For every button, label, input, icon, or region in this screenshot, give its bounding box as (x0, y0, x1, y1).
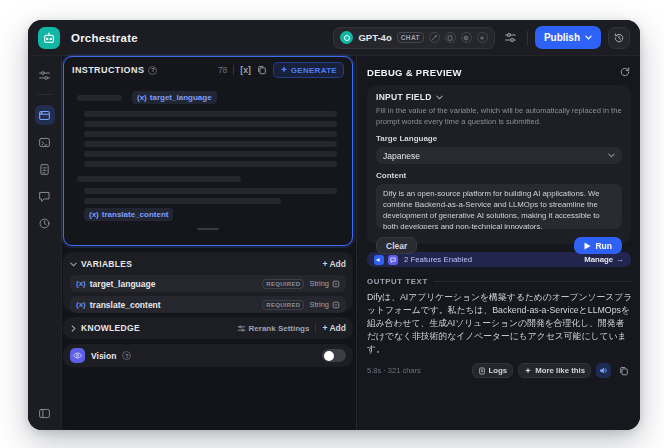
generate-button[interactable]: GENERATE (273, 62, 344, 78)
features-bar[interactable]: 2 Features Enabled Manage → (367, 252, 631, 267)
sidebar-item-orchestrate[interactable] (35, 105, 55, 125)
debug-preview-panel: DEBUG & PREVIEW INPUT FIELD Fill in the … (356, 56, 640, 430)
vision-toggle[interactable] (322, 349, 346, 362)
instructions-header: INSTRUCTIONS ? 78 [x] GENERATE (64, 59, 352, 81)
char-count: 78 (218, 65, 227, 75)
variable-type: String (309, 279, 340, 288)
variable-row[interactable]: (x) target_language REQUIRED String (70, 275, 346, 292)
more-like-this-label: More like this (535, 366, 585, 375)
sparkle-icon (524, 367, 532, 375)
log-file-icon (478, 367, 486, 375)
sparkle-icon (280, 66, 288, 74)
input-field-description: Fill in the value of the variable, which… (376, 105, 622, 127)
input-field-header[interactable]: INPUT FIELD (376, 92, 622, 102)
prompt-editor[interactable]: (x)target_language (x)translate_content (64, 81, 352, 233)
vision-feature-icon (70, 348, 85, 363)
topbar-divider (527, 31, 528, 45)
variable-type: String (309, 300, 340, 309)
panel-left-icon (38, 407, 51, 420)
variable-name: target_language (90, 279, 156, 289)
instructions-panel: INSTRUCTIONS ? 78 [x] GENERATE (63, 56, 353, 246)
clock-icon (38, 217, 51, 230)
page-title: Orchestrate (71, 32, 138, 44)
restart-debug-button[interactable] (619, 66, 631, 78)
type-settings-icon[interactable] (332, 280, 340, 288)
add-variable-button[interactable]: + Add (322, 259, 346, 269)
rerank-settings-button[interactable]: Rerank Settings (237, 324, 310, 333)
rail-divider (37, 94, 53, 95)
collapse-input-field-icon (436, 95, 443, 100)
debug-preview-title: DEBUG & PREVIEW (367, 67, 462, 78)
variable-chip: (x)translate_content (84, 208, 173, 221)
type-settings-icon[interactable] (332, 301, 340, 309)
capability-wand-icon (429, 32, 440, 43)
app-window: Orchestrate GPT-4o CHAT Publish (28, 20, 640, 430)
knowledge-section: KNOWLEDGE Rerank Settings + Add (63, 317, 353, 339)
copy-output-button[interactable] (616, 363, 631, 378)
tools-icon[interactable] (35, 65, 55, 85)
output-title: OUTPUT TEXT (367, 277, 428, 286)
copy-icon (619, 366, 629, 376)
run-button[interactable]: Run (574, 237, 622, 254)
insert-variable-button[interactable]: [x] (240, 65, 250, 75)
knowledge-divider (315, 323, 316, 333)
collapse-sidebar-icon[interactable] (35, 403, 55, 423)
sidebar-item-logs[interactable] (35, 159, 55, 179)
sidebar-item-playground[interactable] (35, 132, 55, 152)
output-stats: 5.8s · 321 chars (367, 366, 421, 375)
variable-chip: (x)target_language (132, 91, 217, 104)
orchestrate-icon (38, 109, 51, 122)
model-name: GPT-4o (358, 32, 391, 43)
expand-knowledge-icon[interactable] (71, 325, 76, 332)
sidebar-item-monitoring[interactable] (35, 213, 55, 233)
resize-handle[interactable] (197, 228, 219, 231)
variable-token: (x) (76, 300, 86, 309)
run-label: Run (595, 241, 612, 251)
history-icon (613, 32, 625, 44)
publish-label: Publish (544, 32, 580, 43)
knowledge-title: KNOWLEDGE (81, 323, 140, 333)
chevron-down-icon (585, 35, 592, 40)
vision-help-icon[interactable]: ? (122, 351, 131, 360)
version-history-button[interactable] (608, 27, 630, 49)
copy-prompt-button[interactable] (257, 65, 267, 75)
top-bar: Orchestrate GPT-4o CHAT Publish (28, 20, 640, 56)
annotation-icon (38, 190, 51, 203)
content-textarea[interactable]: Dify is an open-source platform for buil… (376, 184, 622, 229)
refresh-icon (619, 66, 631, 78)
publish-button[interactable]: Publish (535, 26, 601, 49)
sidebar-item-annotations[interactable] (35, 186, 55, 206)
target-language-select[interactable]: Japanese (376, 147, 622, 164)
logs-button[interactable]: Logs (472, 363, 514, 378)
instructions-help-icon[interactable]: ? (148, 66, 157, 75)
instructions-title: INSTRUCTIONS (72, 65, 144, 75)
manage-features-button[interactable]: Manage → (584, 255, 624, 264)
vision-title: Vision (91, 351, 116, 361)
variable-row[interactable]: (x) translate_content REQUIRED String (70, 296, 346, 313)
play-icon (584, 242, 591, 250)
required-badge: REQUIRED (262, 279, 304, 289)
more-like-this-button[interactable]: More like this (518, 363, 591, 378)
model-parameters-icon[interactable] (502, 29, 520, 47)
header-divider (233, 65, 234, 75)
variable-token: (x) (76, 279, 86, 288)
manage-label: Manage (584, 255, 613, 264)
play-audio-button[interactable] (596, 363, 611, 378)
add-knowledge-button[interactable]: + Add (322, 323, 346, 333)
model-selector[interactable]: GPT-4o CHAT (333, 27, 494, 49)
select-chevron-icon (608, 153, 615, 158)
collapse-variables-icon[interactable] (70, 262, 77, 267)
variables-section: VARIABLES + Add (x) target_language REQU… (63, 252, 353, 312)
speaker-icon (376, 257, 382, 263)
clear-button[interactable]: Clear (376, 237, 417, 254)
model-mode-badge: CHAT (397, 32, 424, 43)
orchestrate-canvas: INSTRUCTIONS ? 78 [x] GENERATE (62, 56, 356, 430)
conversation-feature-icon (388, 255, 398, 265)
app-logo[interactable] (38, 27, 60, 49)
rerank-icon (237, 324, 246, 333)
speaker-icon (599, 366, 608, 375)
variables-title: VARIABLES (81, 259, 132, 269)
output-footer: 5.8s · 321 chars Logs More like this (367, 363, 631, 378)
logs-label: Logs (489, 366, 508, 375)
output-text: Difyは、AIアプリケーションを構築するためのオープンソースプラットフォームで… (367, 291, 633, 356)
